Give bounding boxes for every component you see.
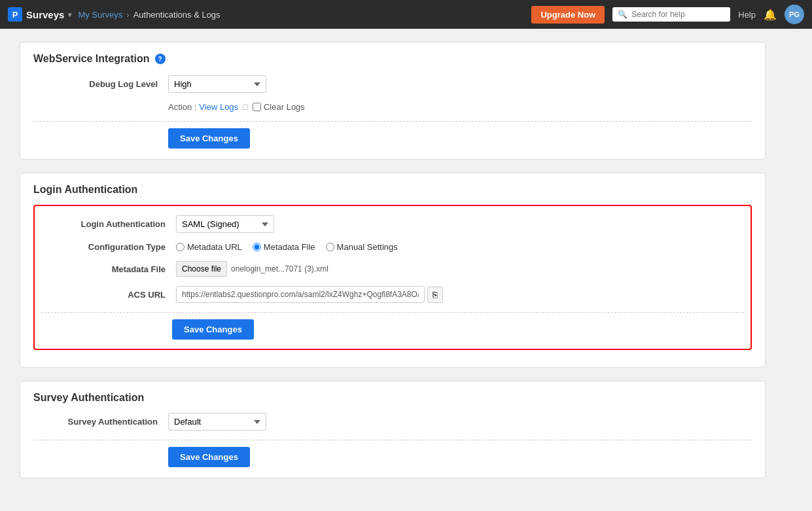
clear-logs-label[interactable]: Clear Logs [253,102,305,112]
app-name: Surveys [26,9,64,20]
survey-auth-row: Survey Authentication Default Password P… [33,413,752,431]
webservice-divider [33,121,752,122]
acs-url-wrap: ⎘ [176,286,443,303]
nav-right: Upgrade Now 🔍 Help 🔔 PG [531,5,804,24]
survey-auth-card: Survey Authentication Survey Authenticat… [20,381,766,478]
metadata-file-row: Metadata File Choose file onelogin_met..… [41,261,744,277]
login-auth-save-button[interactable]: Save Changes [172,319,254,340]
acs-url-row: ACS URL ⎘ [41,286,744,303]
clear-logs-text: Clear Logs [264,102,305,112]
config-type-radios: Metadata URL Metadata File Manual Settin… [176,242,398,252]
survey-auth-title: Survey Authentication [33,392,144,403]
file-input-wrap: Choose file onelogin_met...7071 (3).xml [176,261,328,277]
top-navigation: P Surveys ▾ My Surveys › Authentications… [0,0,812,29]
login-auth-row: Login Authentication SAML (Signed) SAML … [41,215,744,233]
main-content: WebService Integration ? Debug Log Level… [0,29,785,504]
survey-auth-card-body: Survey Authentication Survey Authenticat… [20,381,765,478]
acs-url-input[interactable] [176,286,425,303]
breadcrumb-my-surveys[interactable]: My Surveys [78,10,122,20]
choose-file-button[interactable]: Choose file [176,261,227,277]
radio-metadata-url[interactable]: Metadata URL [176,242,242,252]
radio-metadata-file[interactable]: Metadata File [253,242,315,252]
app-dropdown-arrow[interactable]: ▾ [68,11,71,18]
survey-auth-select[interactable]: Default Password Panel Login [168,413,266,431]
debug-log-row: Debug Log Level High Medium Low None [33,75,752,93]
radio-manual-label: Manual Settings [337,242,398,252]
login-auth-title: Login Authentication [33,184,137,195]
debug-log-select[interactable]: High Medium Low None [168,75,266,93]
login-auth-divider [41,312,744,313]
config-type-row: Configuration Type Metadata URL Metadata… [41,242,744,252]
acs-url-label: ACS URL [41,290,166,300]
breadcrumb: My Surveys › Authentications & Logs [78,10,220,20]
radio-metadata-url-label: Metadata URL [187,242,242,252]
survey-auth-divider [33,440,752,440]
webservice-card: WebService Integration ? Debug Log Level… [20,42,766,160]
login-auth-select[interactable]: SAML (Signed) SAML (Unsigned) None [176,215,274,233]
app-logo[interactable]: P Surveys ▾ [8,7,71,22]
breadcrumb-current: Authentications & Logs [133,10,221,20]
debug-log-label: Debug Log Level [33,79,158,89]
search-icon: 🔍 [618,10,627,19]
metadata-file-label: Metadata File [41,264,166,274]
action-divider: □ [243,102,248,112]
notification-icon[interactable]: 🔔 [764,9,777,21]
breadcrumb-separator: › [126,10,129,20]
file-name-display: onelogin_met...7071 (3).xml [231,264,328,273]
login-auth-card-body: Login Authentication Login Authenticatio… [20,173,765,367]
action-row: Action : View Logs □ Clear Logs [33,102,752,112]
search-box[interactable]: 🔍 [612,7,730,22]
webservice-card-body: WebService Integration ? Debug Log Level… [20,43,765,159]
action-label: Action : [168,102,196,112]
radio-manual-settings[interactable]: Manual Settings [326,242,398,252]
login-auth-card: Login Authentication Login Authenticatio… [20,173,766,368]
login-auth-highlighted: Login Authentication SAML (Signed) SAML … [33,205,752,350]
logo-icon: P [8,7,22,22]
survey-auth-save-button[interactable]: Save Changes [168,447,250,467]
copy-url-button[interactable]: ⎘ [427,287,443,303]
webservice-info-icon[interactable]: ? [155,54,166,64]
webservice-save-button[interactable]: Save Changes [168,128,250,149]
help-link[interactable]: Help [738,10,756,20]
survey-auth-label: Survey Authentication [33,417,158,427]
clear-logs-checkbox[interactable] [253,103,261,111]
login-auth-label: Login Authentication [41,219,166,229]
radio-metadata-file-label: Metadata File [264,242,315,252]
webservice-title: WebService Integration [33,53,150,65]
upgrade-button[interactable]: Upgrade Now [531,6,605,24]
view-logs-link[interactable]: View Logs [199,102,238,112]
config-type-label: Configuration Type [41,242,166,252]
search-input[interactable] [631,10,716,19]
user-avatar[interactable]: PG [785,5,804,24]
